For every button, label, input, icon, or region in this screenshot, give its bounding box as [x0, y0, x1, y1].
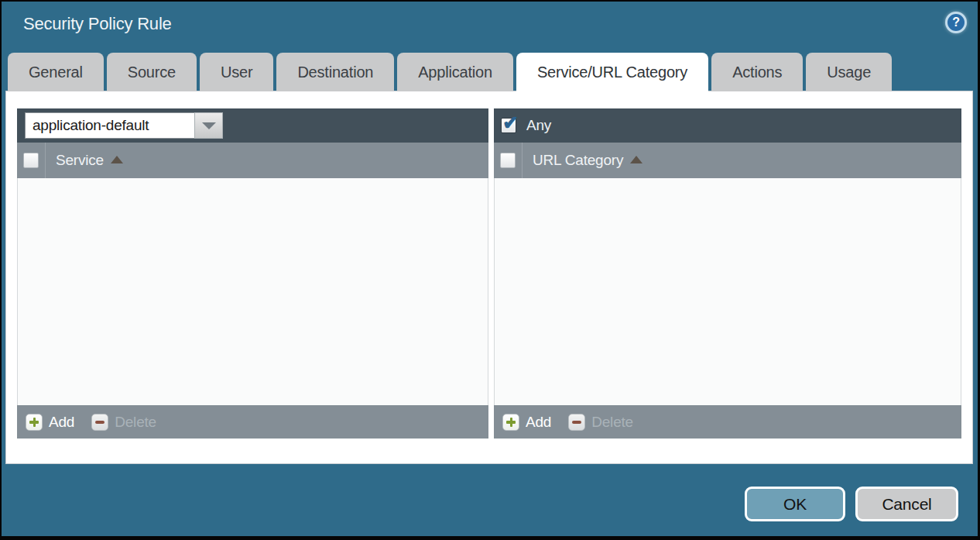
tab-general[interactable]: General [8, 53, 104, 91]
delete-icon [91, 414, 108, 431]
cancel-button[interactable]: Cancel [855, 487, 958, 521]
service-table-body [17, 178, 488, 405]
any-checkbox[interactable] [501, 118, 516, 133]
url-category-grid-header: URL Category [494, 143, 961, 178]
service-column-header[interactable]: Service [56, 152, 123, 169]
url-category-panel: Any URL Category Add Delete [494, 108, 961, 439]
service-grid-header: Service [17, 143, 488, 178]
service-toolbar [17, 108, 488, 143]
ok-button[interactable]: OK [745, 487, 845, 521]
url-category-delete-button[interactable]: Delete [568, 414, 633, 431]
tab-bar: General Source User Destination Applicat… [8, 53, 892, 91]
url-category-select-all-cell [494, 143, 523, 178]
tab-actions[interactable]: Actions [711, 53, 803, 91]
tab-user[interactable]: User [200, 53, 273, 91]
service-panel: Service Add Delete [17, 108, 488, 439]
url-category-table-body [494, 178, 961, 405]
tab-destination[interactable]: Destination [276, 53, 394, 91]
service-type-dropdown-button[interactable] [194, 112, 223, 139]
delete-button-label: Delete [115, 414, 156, 431]
help-glyph: ? [952, 15, 960, 29]
help-icon[interactable]: ? [945, 12, 967, 33]
tab-application[interactable]: Application [397, 53, 513, 91]
service-select-all-cell [17, 143, 46, 178]
page-title: Security Policy Rule [23, 14, 172, 34]
service-select-all-checkbox[interactable] [23, 153, 39, 168]
url-category-select-all-checkbox[interactable] [500, 153, 516, 168]
tab-content-area: Service Add Delete Any [6, 91, 972, 463]
sort-ascending-icon [111, 156, 123, 163]
service-type-dropdown [25, 112, 223, 139]
add-button-label: Add [49, 414, 74, 431]
service-add-button[interactable]: Add [26, 414, 74, 431]
delete-icon [568, 414, 585, 431]
url-category-column-label: URL Category [533, 152, 623, 169]
sort-ascending-icon [630, 156, 642, 163]
any-checkbox-group: Any [501, 117, 551, 134]
add-icon [502, 414, 519, 431]
tab-usage[interactable]: Usage [806, 53, 892, 91]
chevron-down-icon [202, 122, 216, 129]
tab-source[interactable]: Source [107, 53, 197, 91]
delete-button-label: Delete [591, 414, 633, 431]
service-column-label: Service [56, 152, 104, 169]
tab-service-url-category[interactable]: Service/URL Category [516, 53, 708, 91]
url-category-add-button[interactable]: Add [502, 414, 551, 431]
url-category-column-header[interactable]: URL Category [533, 152, 642, 169]
service-type-input[interactable] [25, 112, 194, 139]
url-category-toolbar: Any [494, 108, 961, 143]
add-button-label: Add [526, 414, 551, 431]
service-delete-button[interactable]: Delete [91, 414, 156, 431]
any-label: Any [526, 117, 551, 134]
url-category-grid-footer: Add Delete [494, 405, 961, 439]
add-icon [26, 414, 43, 431]
service-grid-footer: Add Delete [17, 405, 488, 439]
